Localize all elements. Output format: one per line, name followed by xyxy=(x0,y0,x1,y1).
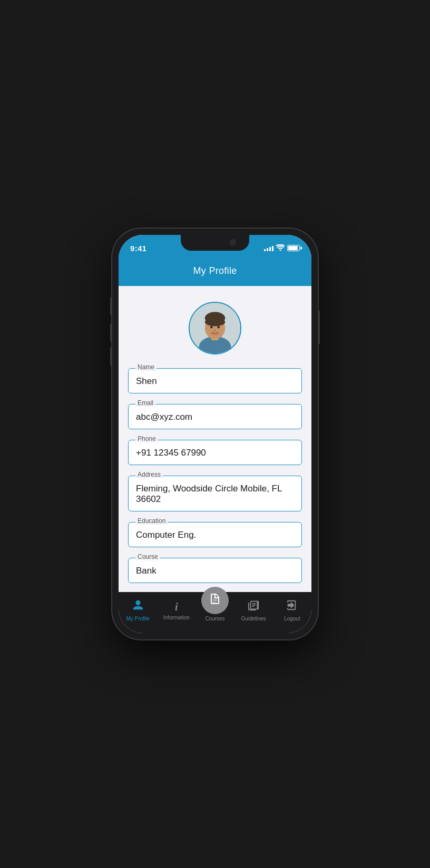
svg-point-10 xyxy=(210,331,220,336)
front-camera xyxy=(230,239,236,245)
bottom-nav: My Profile i Information Courses xyxy=(119,592,311,633)
courses-fab[interactable] xyxy=(201,587,229,614)
logout-label: Logout xyxy=(284,616,300,622)
nav-item-courses[interactable]: Courses xyxy=(196,599,234,622)
phone-screen: 9:41 My Profile xyxy=(119,235,311,633)
guidelines-icon xyxy=(248,599,259,614)
scroll-content: Name Shen Email abc@xyz.com Phone +91 12… xyxy=(119,286,311,592)
name-field[interactable]: Shen xyxy=(128,368,302,393)
header-title: My Profile xyxy=(193,265,237,276)
nav-item-guidelines[interactable]: Guidelines xyxy=(234,599,273,622)
svg-rect-13 xyxy=(252,606,255,607)
phone-device: 9:41 My Profile xyxy=(112,229,318,639)
logout-icon xyxy=(286,599,298,614)
email-label: Email xyxy=(135,399,155,407)
course-field-wrapper: Course Bank xyxy=(128,558,302,583)
courses-label: Courses xyxy=(205,616,224,622)
my-profile-icon xyxy=(132,599,144,614)
email-field[interactable]: abc@xyz.com xyxy=(128,404,302,429)
address-field-wrapper: Address Fleming, Woodside Circle Mobile,… xyxy=(128,476,302,511)
svg-point-6 xyxy=(205,318,225,326)
courses-icon xyxy=(209,593,221,608)
email-field-wrapper: Email abc@xyz.com xyxy=(128,404,302,429)
svg-point-8 xyxy=(217,326,220,329)
nav-item-my-profile[interactable]: My Profile xyxy=(119,599,157,622)
name-label: Name xyxy=(135,363,157,371)
nav-item-logout[interactable]: Logout xyxy=(273,599,311,622)
phone-field-wrapper: Phone +91 12345 67990 xyxy=(128,440,302,465)
svg-rect-11 xyxy=(252,603,256,604)
phone-field[interactable]: +91 12345 67990 xyxy=(128,440,302,465)
education-label: Education xyxy=(135,517,168,525)
notch xyxy=(181,235,249,251)
phone-label: Phone xyxy=(135,435,158,442)
guidelines-label: Guidelines xyxy=(241,616,266,622)
education-field-wrapper: Education Computer Eng. xyxy=(128,522,302,547)
information-label: Information xyxy=(163,615,190,620)
address-field[interactable]: Fleming, Woodside Circle Mobile, FL 3660… xyxy=(128,476,302,511)
battery-icon xyxy=(287,245,300,251)
my-profile-label: My Profile xyxy=(126,616,149,622)
status-icons xyxy=(264,244,300,252)
nav-item-information[interactable]: i Information xyxy=(157,601,196,620)
avatar-container xyxy=(189,302,241,354)
avatar[interactable] xyxy=(189,302,241,354)
name-field-wrapper: Name Shen xyxy=(128,368,302,393)
wifi-icon xyxy=(276,244,285,252)
course-field[interactable]: Bank xyxy=(128,558,302,583)
course-label: Course xyxy=(135,553,160,560)
app-header: My Profile xyxy=(119,258,311,286)
svg-point-7 xyxy=(210,326,213,329)
education-field[interactable]: Computer Eng. xyxy=(128,522,302,547)
signal-icon xyxy=(264,245,273,251)
information-icon: i xyxy=(175,601,178,613)
svg-rect-12 xyxy=(252,605,256,605)
status-time: 9:41 xyxy=(130,244,146,253)
address-label: Address xyxy=(135,471,163,478)
